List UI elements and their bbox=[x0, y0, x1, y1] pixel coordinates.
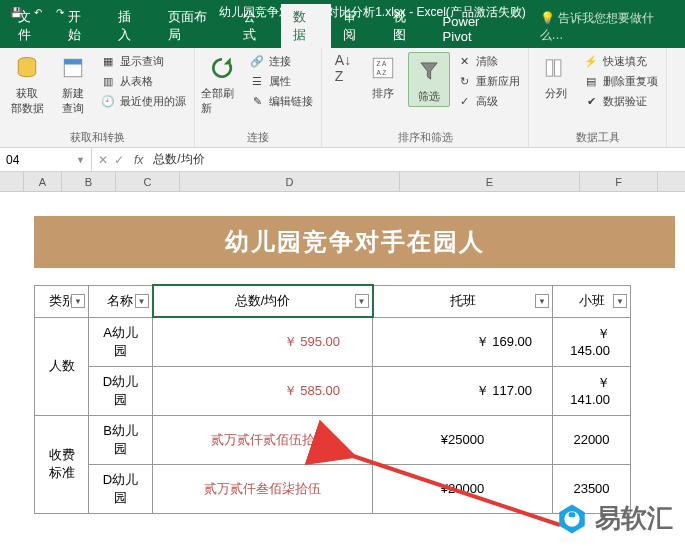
col-header-F[interactable]: F bbox=[580, 172, 658, 191]
group-sort-filter-label: 排序和筛选 bbox=[328, 128, 522, 145]
from-table-button[interactable]: ▥从表格 bbox=[98, 72, 188, 90]
reapply-button[interactable]: ↻重新应用 bbox=[454, 72, 522, 90]
cell-xiao[interactable]: ￥ 145.00 bbox=[553, 317, 631, 366]
th-name[interactable]: 名称▼ bbox=[89, 285, 153, 317]
svg-text:A Z: A Z bbox=[377, 69, 387, 76]
sort-asc-button[interactable]: A↓Z bbox=[328, 52, 358, 86]
filter-dropdown-icon[interactable]: ▼ bbox=[535, 294, 549, 308]
col-header-B[interactable]: B bbox=[62, 172, 116, 191]
properties-button[interactable]: ☰属性 bbox=[247, 72, 315, 90]
cell-category-count[interactable]: 人数 bbox=[35, 317, 89, 415]
cancel-formula-icon[interactable]: ✕ bbox=[98, 153, 108, 167]
th-xiaoban[interactable]: 小班▼ bbox=[553, 285, 631, 317]
edit-links-button[interactable]: ✎编辑链接 bbox=[247, 92, 315, 110]
filter-dropdown-icon[interactable]: ▼ bbox=[135, 294, 149, 308]
sort-icon: Z AA Z bbox=[367, 52, 399, 84]
cell-total[interactable]: 贰万贰仟叁佰柒拾伍 bbox=[153, 464, 373, 513]
col-header-E[interactable]: E bbox=[400, 172, 580, 191]
group-get-transform-label: 获取和转换 bbox=[6, 128, 188, 145]
columns-icon bbox=[540, 52, 572, 84]
filter-button[interactable]: 筛选 bbox=[408, 52, 450, 107]
funnel-icon bbox=[413, 55, 445, 87]
column-headers: A B C D E F bbox=[0, 172, 685, 192]
edit-links-icon: ✎ bbox=[249, 93, 265, 109]
svg-rect-10 bbox=[569, 512, 576, 517]
tab-insert[interactable]: 插入 bbox=[106, 4, 156, 48]
filter-dropdown-icon[interactable]: ▼ bbox=[613, 294, 627, 308]
data-validation-button[interactable]: ✔数据验证 bbox=[581, 92, 660, 110]
svg-rect-6 bbox=[546, 60, 553, 76]
remove-dup-icon: ▤ bbox=[583, 73, 599, 89]
tab-file[interactable]: 文件 bbox=[6, 4, 56, 48]
data-table: 类别▼ 名称▼ 总数/均价▼ 托班▼ 小班▼ 人数 A幼儿园 ￥ 595.00 … bbox=[34, 284, 631, 514]
grid-icon: ▦ bbox=[100, 53, 116, 69]
database-icon bbox=[11, 52, 43, 84]
watermark: 易软汇 bbox=[555, 501, 673, 536]
report-title-banner: 幼儿园竞争对手在园人 bbox=[34, 216, 675, 268]
cell-name[interactable]: D幼儿园 bbox=[89, 366, 153, 415]
tab-data[interactable]: 数据 bbox=[281, 4, 331, 48]
logo-icon bbox=[555, 502, 589, 536]
validation-icon: ✔ bbox=[583, 93, 599, 109]
th-category[interactable]: 类别▼ bbox=[35, 285, 89, 317]
tab-layout[interactable]: 页面布局 bbox=[156, 4, 232, 48]
cell-xiao[interactable]: ￥ 141.00 bbox=[553, 366, 631, 415]
link-icon: 🔗 bbox=[249, 53, 265, 69]
accept-formula-icon[interactable]: ✓ bbox=[114, 153, 124, 167]
clear-icon: ✕ bbox=[456, 53, 472, 69]
group-connections-label: 连接 bbox=[201, 128, 315, 145]
tab-powerpivot[interactable]: Power Pivot bbox=[431, 10, 524, 48]
cell-tuo[interactable]: ¥20000 bbox=[373, 464, 553, 513]
cell-category-fee[interactable]: 收费标准 bbox=[35, 415, 89, 513]
cell-name[interactable]: B幼儿园 bbox=[89, 415, 153, 464]
get-external-data-button[interactable]: 获取 部数据 bbox=[6, 52, 48, 116]
col-header-A[interactable]: A bbox=[24, 172, 62, 191]
tell-me-search[interactable]: 💡 告诉我您想要做什么… bbox=[532, 6, 685, 48]
cell-name[interactable]: D幼儿园 bbox=[89, 464, 153, 513]
cell-total[interactable]: ￥ 585.00 bbox=[153, 366, 373, 415]
name-box[interactable]: 04▼ bbox=[0, 148, 92, 171]
cell-tuo[interactable]: ¥25000 bbox=[373, 415, 553, 464]
connections-button[interactable]: 🔗连接 bbox=[247, 52, 315, 70]
cell-total[interactable]: ￥ 595.00 bbox=[153, 317, 373, 366]
th-total[interactable]: 总数/均价▼ bbox=[153, 285, 373, 317]
cell-tuo[interactable]: ￥ 169.00 bbox=[373, 317, 553, 366]
sort-asc-icon: A↓Z bbox=[327, 52, 359, 84]
tab-formulas[interactable]: 公式 bbox=[231, 4, 281, 48]
flash-fill-button[interactable]: ⚡快速填充 bbox=[581, 52, 660, 70]
clear-filter-button[interactable]: ✕清除 bbox=[454, 52, 522, 70]
new-query-button[interactable]: 新建 查询 bbox=[52, 52, 94, 116]
cell-xiao[interactable]: 22000 bbox=[553, 415, 631, 464]
refresh-icon bbox=[206, 52, 238, 84]
sort-button[interactable]: Z AA Z 排序 bbox=[362, 52, 404, 101]
refresh-all-button[interactable]: 全部刷新 bbox=[201, 52, 243, 116]
table-icon: ▥ bbox=[100, 73, 116, 89]
show-queries-button[interactable]: ▦显示查询 bbox=[98, 52, 188, 70]
remove-duplicates-button[interactable]: ▤删除重复项 bbox=[581, 72, 660, 90]
chevron-down-icon[interactable]: ▼ bbox=[76, 155, 85, 165]
text-to-columns-button[interactable]: 分列 bbox=[535, 52, 577, 101]
advanced-filter-button[interactable]: ✓高级 bbox=[454, 92, 522, 110]
col-header-C[interactable]: C bbox=[116, 172, 180, 191]
fx-icon[interactable]: fx bbox=[130, 153, 147, 167]
filter-dropdown-icon[interactable]: ▼ bbox=[355, 294, 369, 308]
cell-total[interactable]: 贰万贰仟贰佰伍拾 bbox=[153, 415, 373, 464]
filter-dropdown-icon[interactable]: ▼ bbox=[71, 294, 85, 308]
col-header-D[interactable]: D bbox=[180, 172, 400, 191]
group-data-tools-label: 数据工具 bbox=[535, 128, 660, 145]
th-tuoban[interactable]: 托班▼ bbox=[373, 285, 553, 317]
tab-review[interactable]: 审阅 bbox=[331, 4, 381, 48]
tab-view[interactable]: 视图 bbox=[381, 4, 431, 48]
table-row: D幼儿园 贰万贰仟叁佰柒拾伍 ¥20000 23500 bbox=[35, 464, 631, 513]
formula-input[interactable]: 总数/均价 bbox=[147, 151, 685, 168]
properties-icon: ☰ bbox=[249, 73, 265, 89]
formula-bar: 04▼ ✕ ✓ fx 总数/均价 bbox=[0, 148, 685, 172]
svg-rect-7 bbox=[554, 60, 561, 76]
reapply-icon: ↻ bbox=[456, 73, 472, 89]
svg-text:Z A: Z A bbox=[377, 60, 387, 67]
cell-name[interactable]: A幼儿园 bbox=[89, 317, 153, 366]
cell-tuo[interactable]: ￥ 117.00 bbox=[373, 366, 553, 415]
table-row: 人数 A幼儿园 ￥ 595.00 ￥ 169.00 ￥ 145.00 bbox=[35, 317, 631, 366]
tab-home[interactable]: 开始 bbox=[56, 4, 106, 48]
recent-sources-button[interactable]: 🕘最近使用的源 bbox=[98, 92, 188, 110]
